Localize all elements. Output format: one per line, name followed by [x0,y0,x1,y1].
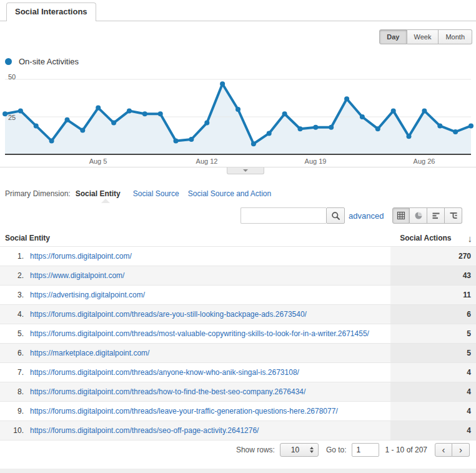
row-actions-value: 4 [390,421,476,440]
activity-chart[interactable] [0,70,476,157]
entity-link[interactable]: https://marketplace.digitalpoint.com/ [30,349,149,357]
row-actions-value: 270 [390,247,476,266]
data-point[interactable] [251,141,256,146]
pivot-view-button[interactable] [445,207,462,224]
entity-link[interactable]: https://forums.digitalpoint.com/threads/… [30,329,369,338]
rows-per-page-value: 10 [280,446,310,454]
data-point[interactable] [236,107,240,112]
time-granularity-control: Day Week Month [379,29,472,44]
percentage-view-button[interactable] [410,207,427,224]
data-point[interactable] [267,131,272,136]
row-rank: 3. [0,286,24,304]
data-point[interactable] [313,125,318,130]
dimension-social-entity[interactable]: Social Entity [76,189,121,198]
dimension-social-source-and-action[interactable]: Social Source and Action [188,189,271,198]
tab-bar: Social Interactions [0,0,476,21]
y-axis-tick-50: 50 [8,73,16,81]
data-point[interactable] [158,111,163,116]
data-point[interactable] [298,126,303,131]
data-point[interactable] [407,134,412,139]
data-point[interactable] [80,128,85,133]
month-button[interactable]: Month [439,29,472,44]
data-point[interactable] [96,106,101,111]
data-point[interactable] [375,126,380,131]
x-axis-label: Aug 19 [305,157,327,165]
performance-view-button[interactable] [427,207,445,224]
data-point[interactable] [142,111,147,116]
search-button[interactable] [326,207,345,224]
data-point[interactable] [34,123,39,128]
row-actions-value: 4 [390,363,476,382]
entity-link[interactable]: https://forums.digitalpoint.com/threads/… [30,407,338,416]
data-point[interactable] [453,129,458,134]
table-header-row: Social Entity Social Actions ↓ [0,230,476,246]
search-input[interactable] [240,207,326,224]
entity-link[interactable]: https://advertising.digitalpoint.com/ [30,291,145,299]
data-point[interactable] [360,114,365,119]
data-point[interactable] [391,108,396,113]
row-range-text: 1 - 10 of 207 [385,446,427,454]
view-toggle-group [392,207,462,224]
stepper-arrows-icon [310,447,318,453]
table-row: 6. https://marketplace.digitalpoint.com/… [0,343,476,362]
goto-label: Go to: [326,446,347,454]
area-fill [5,84,471,154]
entity-column-header[interactable]: Social Entity [0,234,390,242]
data-point[interactable] [469,123,474,128]
data-point[interactable] [65,117,70,122]
data-point[interactable] [189,137,194,142]
row-actions-value: 11 [390,286,476,304]
row-actions-value: 4 [390,382,476,401]
advanced-search-link[interactable]: advanced [349,211,384,221]
entity-link[interactable]: https://forums.digitalpoint.com/threads/… [30,426,259,435]
data-point[interactable] [437,123,442,128]
x-axis-labels: Aug 5Aug 12Aug 19Aug 26 [0,157,476,166]
data-point[interactable] [174,138,179,143]
entity-link[interactable]: https://www.digitalpoint.com/ [30,271,124,280]
data-point[interactable] [111,121,116,126]
actions-column-header[interactable]: Social Actions ↓ [390,233,476,244]
tab-label: Social Interactions [15,7,87,16]
data-point[interactable] [422,108,427,113]
row-rank: 6. [0,344,24,362]
performance-view-icon [432,211,440,220]
entity-link[interactable]: https://forums.digitalpoint.com/threads/… [30,368,299,377]
goto-page-input[interactable] [352,443,379,457]
table-view-button[interactable] [392,207,410,224]
tab-social-interactions[interactable]: Social Interactions [6,2,96,21]
table-row: 10. https://forums.digitalpoint.com/thre… [0,421,476,440]
percentage-view-icon [414,211,423,220]
next-page-button[interactable]: › [452,443,470,457]
entity-link[interactable]: https://forums.digitalpoint.com/threads/… [30,310,307,319]
rows-per-page-select[interactable]: 10 [280,443,319,457]
data-point[interactable] [49,138,54,143]
row-actions-value: 5 [390,344,476,362]
entity-link[interactable]: https://forums.digitalpoint.com/ [30,252,132,261]
row-actions-value: 5 [390,324,476,343]
chart-collapse-button[interactable] [227,167,264,174]
data-point[interactable] [329,125,334,130]
entity-link[interactable]: https://forums.digitalpoint.com/threads/… [30,387,305,396]
row-rank: 5. [0,324,24,343]
row-actions-value: 6 [390,305,476,324]
week-button[interactable]: Week [407,29,439,44]
dimension-social-source[interactable]: Social Source [133,189,179,198]
row-rank: 4. [0,305,24,324]
activity-chart-area[interactable] [0,70,476,157]
data-point[interactable] [127,108,132,113]
row-actions-value: 4 [390,402,476,421]
series-dot-icon [5,58,12,65]
previous-page-button[interactable]: ‹ [435,443,452,457]
data-point[interactable] [2,111,7,116]
sort-descending-icon: ↓ [468,233,473,244]
day-button[interactable]: Day [379,29,407,44]
table-footer: Show rows: 10 Go to: 1 - 10 of 207 ‹ › [0,440,476,459]
data-point[interactable] [344,96,349,101]
data-point[interactable] [204,121,209,126]
data-point[interactable] [18,108,23,113]
data-point[interactable] [220,81,225,86]
x-axis-label: Aug 5 [89,157,107,165]
data-point[interactable] [282,111,287,116]
primary-dimension-label: Primary Dimension: [5,189,71,198]
table-row: 2. https://www.digitalpoint.com/ 43 [0,266,476,285]
